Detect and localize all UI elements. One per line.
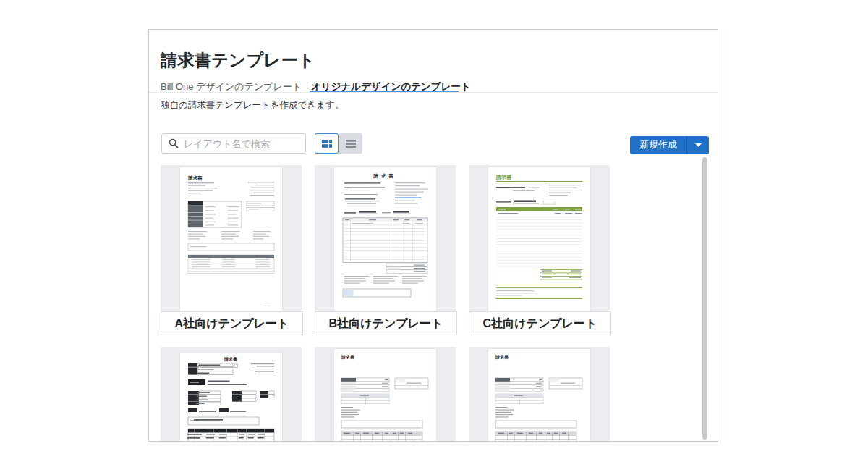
invoice-template-panel: 請求書テンプレート Bill One デザインのテンプレート オリジナルデザイン… [148,29,718,442]
template-card-c[interactable]: 請求書 [469,165,610,335]
template-card-6[interactable]: 請求書 [469,347,610,442]
svg-text:請求書: 請求書 [224,356,237,362]
template-thumbnail: 請求書 [315,347,456,442]
svg-text:請求書: 請求書 [495,174,511,180]
template-thumbnail: 請求書 [161,165,302,311]
template-thumbnail: 請求書 [469,347,610,442]
list-view-button[interactable] [339,133,362,154]
tabs-divider [149,92,718,93]
view-toggle-group [315,133,362,154]
grid-view-button[interactable] [315,133,339,154]
create-new-dropdown-button[interactable] [686,136,709,154]
template-card-4[interactable]: 請求書 [161,347,302,442]
template-card-a[interactable]: 請求書 [161,165,302,335]
search-input-wrapper [161,133,306,154]
template-name: B社向けテンプレート [315,311,457,335]
svg-text:請求書: 請求書 [495,354,509,360]
template-thumbnail: 請求書 [469,165,610,311]
list-view-icon [346,140,356,148]
template-name: C社向けテンプレート [469,311,611,335]
search-icon [169,138,179,148]
svg-text:請求書: 請求書 [341,354,354,360]
template-card-5[interactable]: 請求書 [315,347,456,442]
chevron-down-icon [695,143,702,147]
create-new-split-button: 新規作成 [630,136,709,154]
svg-text:請求書: 請求書 [373,173,396,179]
svg-text:請求書: 請求書 [187,175,203,181]
create-new-button[interactable]: 新規作成 [630,136,686,154]
vertical-scrollbar[interactable] [702,157,707,440]
template-name: A社向けテンプレート [161,311,303,335]
template-card-b[interactable]: 請求書 [315,165,456,335]
search-input[interactable] [179,138,305,149]
template-thumbnail: 請求書 [315,165,456,311]
template-thumbnail: 請求書 [161,347,302,442]
page-title: 請求書テンプレート [161,49,315,72]
page-description: 独自の請求書テンプレートを作成できます。 [161,99,344,112]
grid-view-icon [322,140,332,148]
